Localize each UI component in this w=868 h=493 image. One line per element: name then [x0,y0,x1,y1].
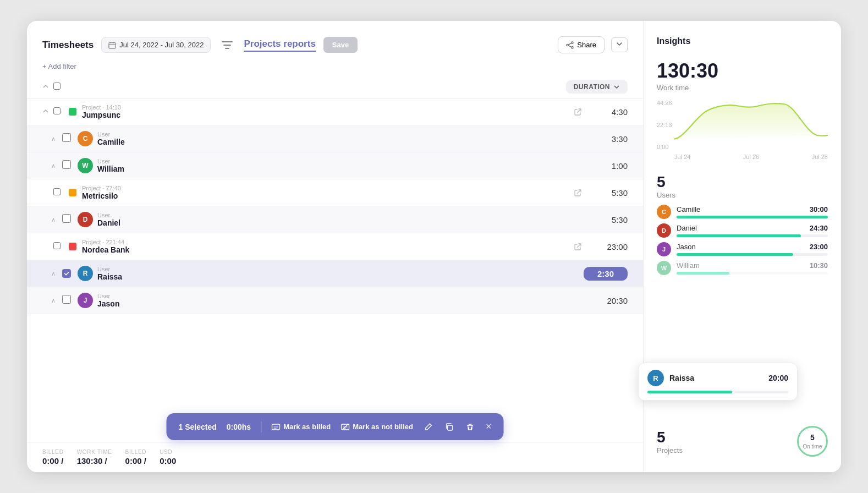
project-meta: Project · 221:44 [82,239,567,245]
raissa-time: 20:00 [768,374,788,382]
user-avatar: D [78,212,93,227]
user-duration: 5:30 [584,215,628,224]
add-filter[interactable]: + Add filter [27,62,643,76]
mark-billed-button[interactable]: Mark as billed [271,423,331,431]
project-row: Project · 14:10 Jumpsunc 4:30 [27,98,643,125]
work-time-label: Work time [657,84,828,92]
users-section: 5 Users C Camille 30:00 D [657,173,828,275]
user-row: ∧ D User Daniel 5:30 [27,206,643,233]
duration-sort-button[interactable]: DURATION [566,80,628,94]
billed-value: 0:00 / [42,456,64,465]
edit-icon[interactable] [423,421,434,432]
user-stat-avatar: C [657,205,671,219]
projects-section: 5 Projects 5 On time [657,426,828,457]
delete-icon[interactable] [465,421,476,432]
projects-count: 5 [657,429,683,446]
collapse-all[interactable] [42,82,53,92]
share-button[interactable]: Share [558,36,605,53]
projects-label: Projects [657,446,683,454]
row-collapse[interactable]: ∧ [51,216,62,223]
user-stat-avatar: J [657,242,671,256]
user-duration-selected: 2:30 [584,267,628,281]
project-checkbox[interactable] [53,188,69,198]
project-link-icon[interactable] [572,187,584,199]
view-label[interactable]: Projects reports [244,39,315,52]
collapse-icon [42,83,49,90]
row-collapse[interactable]: ∧ [51,297,62,304]
user-row: ∧ R User Raissa 2:30 [27,260,643,287]
user-checkbox[interactable] [62,295,78,306]
svg-rect-0 [109,42,116,48]
user-stat-avatar: W [657,261,671,275]
project-checkbox[interactable] [53,107,69,117]
share-icon [566,41,574,49]
billed-label: BILLED [42,449,64,455]
row-collapse[interactable]: ∧ [51,162,62,169]
total-time: 130:30 [657,59,828,83]
insights-panel: Insights 130:30 Work time 44:26 22:13 0:… [643,21,841,472]
project-duration: 23:00 [584,242,628,251]
work-time-label: WORK TIME [77,449,112,455]
selected-time: 0:00hs [227,423,251,431]
users-count: 5 [657,173,828,191]
project-meta: Project · 14:10 [82,104,567,111]
billed2-value: 0:00 / [125,456,147,465]
on-time-badge: 5 On time [797,426,828,457]
project-name: Nordea Bank [82,245,567,254]
user-avatar: W [78,158,93,173]
project-color-dot [69,243,76,250]
project-checkbox[interactable] [53,242,69,251]
raissa-tooltip: R Raissa 20:00 [638,363,798,401]
user-stat-row: C Camille 30:00 D Daniel 24:30 [657,205,828,275]
total-time-section: 130:30 Work time 44:26 22:13 0:00 [657,59,828,160]
table-header: DURATION [27,76,643,98]
project-link-icon[interactable] [572,240,584,253]
project-duration: 4:30 [584,107,628,117]
work-time-value: 130:30 / [77,456,112,465]
svg-point-1 [572,41,574,43]
mark-not-billed-icon [340,423,349,431]
usd-label: USD [160,449,176,455]
copy-icon[interactable] [444,421,455,432]
project-row: Project · 77:40 Metricsilo 5:30 [27,179,643,206]
save-button[interactable]: Save [323,37,358,53]
usd-value: 0:00 [160,456,176,465]
svg-point-3 [572,46,574,48]
close-selection-button[interactable]: × [486,421,492,432]
billed2-label: BILLED [125,449,147,455]
chevron-down-icon [616,41,623,47]
row-collapse[interactable]: ∧ [51,135,62,143]
chart-svg [674,100,828,144]
mark-not-billed-button[interactable]: Mark as not billed [340,423,413,431]
totals-bar: BILLED 0:00 / WORK TIME 130:30 / BILLED … [27,442,643,472]
share-dropdown-button[interactable] [611,37,628,52]
project-link-icon[interactable] [572,106,584,118]
user-checkbox[interactable] [62,269,78,278]
users-label: Users [657,191,828,199]
select-all-checkbox[interactable] [53,82,69,92]
sort-icon [613,84,620,90]
user-checkbox[interactable] [62,214,78,225]
user-duration: 1:00 [584,161,628,171]
svg-point-2 [567,44,569,46]
user-checkbox[interactable] [62,133,78,144]
user-duration: 3:30 [584,134,628,144]
project-name: Metricsilo [82,191,567,200]
row-collapse[interactable]: ∧ [51,270,62,277]
insights-title: Insights [657,36,828,46]
user-stat-avatar: D [657,223,671,238]
raissa-avatar: R [647,370,664,386]
svg-rect-7 [448,425,453,430]
filter-button[interactable] [218,37,236,53]
date-range-label: Jul 24, 2022 - Jul 30, 2022 [119,41,204,49]
user-row: ∧ W User William 1:00 [27,152,643,179]
selection-bar: 1 Selected 0:00hs Mark as billed Mark as… [167,413,504,440]
project-color-dot [69,189,76,196]
project-color-dot [69,108,76,116]
user-avatar: R [78,266,93,281]
mark-billed-icon [271,423,280,431]
date-range-button[interactable]: Jul 24, 2022 - Jul 30, 2022 [101,37,211,53]
project-meta: Project · 77:40 [82,185,567,191]
user-checkbox[interactable] [62,160,78,171]
project-row: Project · 221:44 Nordea Bank 23:00 [27,233,643,260]
